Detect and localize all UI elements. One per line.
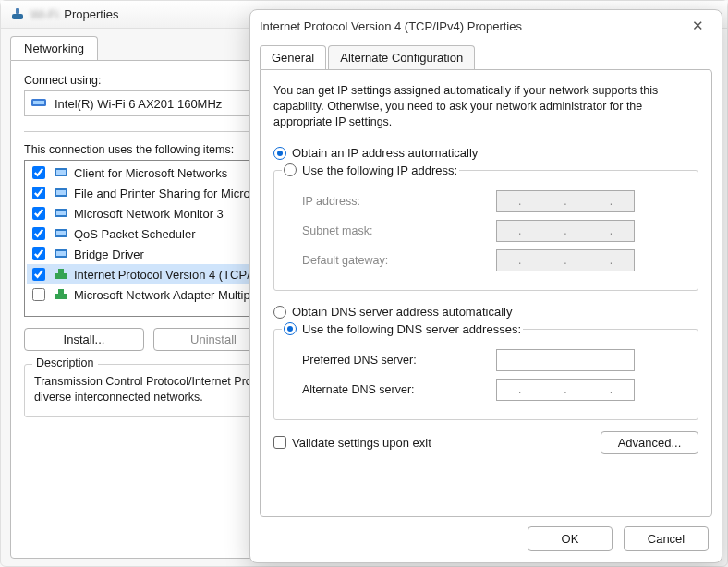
protocol-icon xyxy=(54,288,68,301)
alternate-dns-label: Alternate DNS server: xyxy=(302,383,496,396)
radio-icon xyxy=(273,306,286,319)
svg-rect-0 xyxy=(16,8,19,14)
item-checkbox[interactable] xyxy=(32,268,45,281)
item-checkbox[interactable] xyxy=(32,187,45,199)
item-label: QoS Packet Scheduler xyxy=(74,227,196,241)
subnet-mask-input: ... xyxy=(496,220,635,242)
tab-networking[interactable]: Networking xyxy=(10,36,98,60)
item-label: Microsoft Network Monitor 3 xyxy=(74,207,224,221)
radio-label: Obtain an IP address automatically xyxy=(292,146,478,160)
svg-rect-3 xyxy=(33,101,44,104)
adapter-name: Intel(R) Wi-Fi 6 AX201 160MHz xyxy=(55,97,222,111)
radio-icon xyxy=(284,322,297,335)
subnet-mask-label: Subnet mask: xyxy=(302,224,496,237)
item-checkbox[interactable] xyxy=(32,247,45,260)
svg-rect-7 xyxy=(56,190,66,195)
preferred-dns-input[interactable] xyxy=(496,349,635,371)
svg-rect-11 xyxy=(56,231,66,235)
client-icon xyxy=(54,187,68,199)
ip-address-input: ... xyxy=(496,190,635,212)
ok-button[interactable]: OK xyxy=(528,526,613,551)
item-checkbox[interactable] xyxy=(32,227,45,240)
svg-rect-5 xyxy=(56,170,66,175)
validate-checkbox[interactable]: Validate settings upon exit xyxy=(273,436,431,450)
svg-rect-15 xyxy=(58,269,64,273)
radio-label: Obtain DNS server address automatically xyxy=(292,305,512,319)
default-gateway-input: ... xyxy=(496,249,635,271)
client-icon xyxy=(54,207,68,220)
checkbox-icon xyxy=(273,436,286,449)
dialog-titlebar: Internet Protocol Version 4 (TCP/IPv4) P… xyxy=(250,10,722,42)
description-label: Description xyxy=(32,356,98,369)
radio-label: Use the following DNS server addresses: xyxy=(302,322,521,336)
tab-alternate-configuration[interactable]: Alternate Configuration xyxy=(328,45,475,69)
radio-icon xyxy=(273,147,286,160)
svg-rect-13 xyxy=(56,251,66,256)
client-icon xyxy=(54,166,68,179)
validate-label: Validate settings upon exit xyxy=(292,436,431,450)
svg-rect-17 xyxy=(58,289,64,294)
close-icon[interactable]: ✕ xyxy=(683,18,712,34)
default-gateway-label: Default gateway: xyxy=(302,254,496,267)
help-text: You can get IP settings assigned automat… xyxy=(273,83,698,130)
item-label: Internet Protocol Version 4 (TCP/IPv4) xyxy=(74,268,278,282)
item-label: Client for Microsoft Networks xyxy=(74,166,227,180)
protocol-icon xyxy=(54,268,68,281)
radio-obtain-ip-auto[interactable]: Obtain an IP address automatically xyxy=(273,143,698,163)
dialog-buttons: OK Cancel xyxy=(250,517,722,562)
tab-general[interactable]: General xyxy=(260,45,326,69)
dialog-tabstrip: General Alternate Configuration xyxy=(250,42,722,69)
item-label: Bridge Driver xyxy=(74,247,144,261)
adapter-icon xyxy=(30,96,47,112)
radio-obtain-dns-auto[interactable]: Obtain DNS server address automatically xyxy=(273,302,698,322)
item-checkbox[interactable] xyxy=(32,207,45,220)
dns-manual-group: Use the following DNS server addresses: … xyxy=(273,322,698,420)
ipv4-properties-dialog: Internet Protocol Version 4 (TCP/IPv4) P… xyxy=(249,9,722,563)
item-checkbox[interactable] xyxy=(32,166,45,179)
radio-use-following-dns[interactable]: Use the following DNS server addresses: xyxy=(284,322,521,336)
preferred-dns-label: Preferred DNS server: xyxy=(302,354,496,367)
client-icon xyxy=(54,247,68,260)
window-icon xyxy=(10,7,25,22)
svg-rect-9 xyxy=(56,211,66,215)
advanced-button[interactable]: Advanced... xyxy=(601,431,698,454)
radio-use-following-ip[interactable]: Use the following IP address: xyxy=(284,163,457,177)
client-icon xyxy=(54,227,68,240)
dialog-title: Internet Protocol Version 4 (TCP/IPv4) P… xyxy=(260,19,522,33)
ip-manual-group: Use the following IP address: IP address… xyxy=(273,163,698,291)
item-checkbox[interactable] xyxy=(32,288,45,301)
cancel-button[interactable]: Cancel xyxy=(624,526,709,551)
general-panel: You can get IP settings assigned automat… xyxy=(260,69,712,517)
radio-icon xyxy=(284,163,297,176)
window-title: Properties xyxy=(64,7,118,21)
ip-address-label: IP address: xyxy=(302,195,496,208)
adapter-short-name: Wi-Fi xyxy=(30,7,58,21)
svg-rect-1 xyxy=(12,14,23,19)
svg-rect-16 xyxy=(55,294,67,299)
install-button[interactable]: Install... xyxy=(24,328,144,351)
radio-label: Use the following IP address: xyxy=(302,163,457,177)
alternate-dns-input[interactable]: ... xyxy=(496,379,635,401)
svg-rect-14 xyxy=(55,273,67,279)
